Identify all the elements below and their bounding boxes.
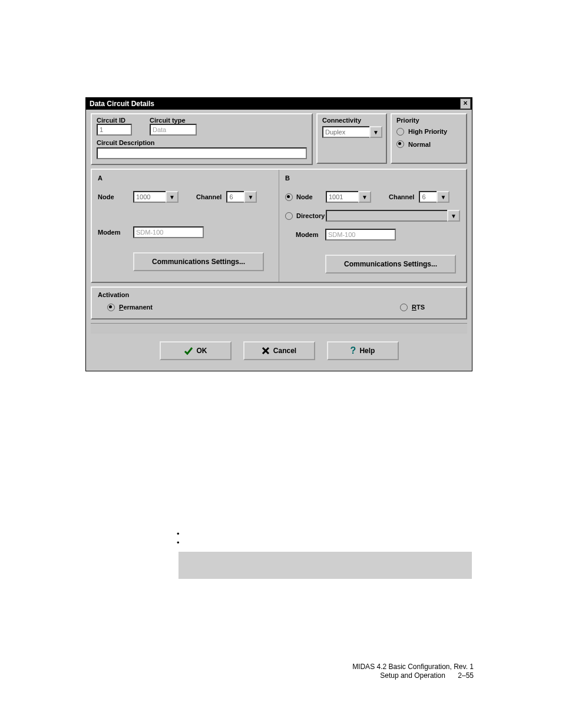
priority-normal-label: Normal bbox=[408, 141, 431, 148]
priority-high-radio[interactable] bbox=[396, 128, 404, 136]
help-label: Help bbox=[359, 347, 375, 355]
connectivity-select[interactable]: ▼ bbox=[322, 126, 382, 138]
highlight-strip bbox=[178, 552, 472, 579]
circuit-type-label: Circuit type bbox=[150, 117, 197, 124]
side-b-title: B bbox=[285, 174, 460, 182]
a-channel-select[interactable]: ▼ bbox=[226, 191, 257, 203]
side-a: A Node ▼ Channel ▼ Mo bbox=[92, 170, 279, 282]
ok-button[interactable]: OK bbox=[160, 341, 232, 360]
connectivity-label: Connectivity bbox=[322, 117, 381, 124]
data-circuit-details-dialog: Data Circuit Details × Circuit ID Circui… bbox=[85, 97, 472, 371]
footer-line-1: MIDAS 4.2 Basic Configuration, Rev. 1 bbox=[352, 663, 474, 672]
b-node-select[interactable]: ▼ bbox=[326, 191, 371, 203]
b-node-value[interactable] bbox=[326, 191, 358, 203]
b-directory-radio[interactable] bbox=[285, 212, 293, 220]
ab-panel: A Node ▼ Channel ▼ Mo bbox=[91, 169, 467, 283]
priority-high-label: High Priority bbox=[408, 128, 447, 135]
a-modem-label: Modem bbox=[98, 229, 133, 236]
close-icon[interactable]: × bbox=[460, 98, 471, 109]
connectivity-value[interactable] bbox=[322, 126, 369, 138]
cancel-button[interactable]: Cancel bbox=[243, 341, 315, 360]
activation-rts-radio[interactable] bbox=[400, 304, 408, 311]
chevron-down-icon[interactable]: ▼ bbox=[358, 191, 371, 203]
chevron-down-icon[interactable]: ▼ bbox=[447, 210, 460, 222]
circuit-description-input[interactable] bbox=[97, 147, 307, 159]
document-bullets bbox=[177, 529, 187, 547]
circuit-id-input[interactable] bbox=[97, 124, 132, 136]
b-directory-select[interactable]: ▼ bbox=[326, 210, 460, 222]
a-node-label: Node bbox=[98, 193, 133, 200]
side-b: B Node ▼ Channel ▼ bbox=[279, 170, 466, 282]
b-directory-input bbox=[326, 210, 447, 222]
chevron-down-icon[interactable]: ▼ bbox=[369, 126, 382, 138]
a-node-value[interactable] bbox=[133, 191, 166, 203]
b-comm-settings-label: Communications Settings... bbox=[344, 260, 437, 268]
cancel-label: Cancel bbox=[273, 347, 296, 355]
x-icon bbox=[262, 347, 270, 355]
footer-line-2a: Setup and Operation bbox=[380, 671, 445, 680]
bullet-item bbox=[177, 529, 187, 538]
b-modem-input bbox=[325, 229, 396, 241]
activation-panel: Activation PPermanentermanent RTSRTS bbox=[91, 286, 467, 319]
circuit-description-label: Circuit Description bbox=[97, 139, 307, 146]
b-node-radio[interactable] bbox=[285, 193, 293, 201]
b-channel-label: Channel bbox=[389, 193, 414, 200]
ok-label: OK bbox=[197, 347, 207, 355]
a-channel-label: Channel bbox=[196, 193, 222, 200]
circuit-panel: Circuit ID Circuit type Circuit Descript… bbox=[91, 113, 313, 165]
side-a-title: A bbox=[98, 174, 273, 182]
a-comm-settings-label: Communications Settings... bbox=[152, 258, 245, 266]
dialog-button-row: OK Cancel ? Help bbox=[91, 333, 467, 366]
b-comm-settings-button[interactable]: Communications Settings... bbox=[325, 255, 456, 274]
b-directory-label: Directory bbox=[296, 212, 326, 219]
chevron-down-icon[interactable]: ▼ bbox=[166, 191, 178, 203]
activation-permanent-radio[interactable] bbox=[107, 304, 115, 311]
a-node-select[interactable]: ▼ bbox=[133, 191, 178, 203]
priority-label: Priority bbox=[396, 117, 461, 124]
b-channel-select[interactable]: ▼ bbox=[419, 191, 449, 203]
a-modem-input bbox=[133, 226, 204, 238]
activation-title: Activation bbox=[98, 291, 460, 298]
check-icon bbox=[184, 346, 193, 355]
b-node-label: Node bbox=[296, 193, 326, 200]
grip-area bbox=[91, 324, 467, 333]
priority-panel: Priority High Priority Normal bbox=[391, 113, 467, 164]
page-footer: MIDAS 4.2 Basic Configuration, Rev. 1 Se… bbox=[352, 663, 474, 681]
a-comm-settings-button[interactable]: Communications Settings... bbox=[133, 252, 264, 271]
b-channel-value[interactable] bbox=[419, 191, 437, 203]
priority-normal-radio[interactable] bbox=[396, 140, 404, 148]
footer-page-number: 2–55 bbox=[458, 671, 474, 680]
activation-rts-label: RTSRTS bbox=[412, 304, 425, 311]
activation-permanent-label: PPermanentermanent bbox=[119, 304, 153, 311]
circuit-type-input bbox=[150, 124, 197, 136]
bullet-item bbox=[177, 538, 187, 547]
chevron-down-icon[interactable]: ▼ bbox=[437, 191, 449, 203]
a-channel-value[interactable] bbox=[226, 191, 244, 203]
chevron-down-icon[interactable]: ▼ bbox=[244, 191, 257, 203]
help-button[interactable]: ? Help bbox=[327, 341, 399, 360]
dialog-titlebar: Data Circuit Details × bbox=[86, 98, 472, 110]
dialog-title: Data Circuit Details bbox=[90, 100, 154, 108]
circuit-id-label: Circuit ID bbox=[97, 117, 132, 124]
b-modem-label: Modem bbox=[296, 231, 325, 238]
connectivity-panel: Connectivity ▼ bbox=[316, 113, 387, 164]
question-icon: ? bbox=[351, 345, 356, 356]
